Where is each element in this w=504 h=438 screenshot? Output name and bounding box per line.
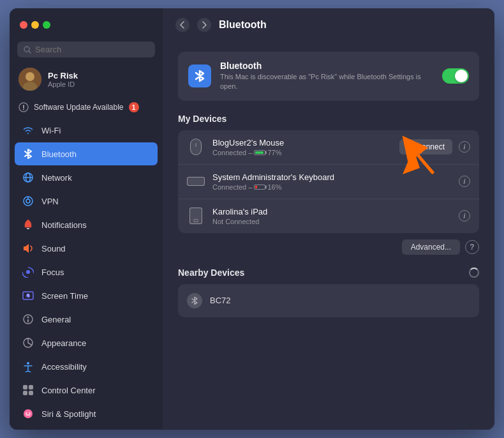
minimize-button[interactable]	[31, 21, 39, 29]
device-actions-ipad: i	[455, 210, 470, 222]
user-info: Pc Risk Apple ID	[48, 71, 78, 88]
keyboard-device-icon	[187, 172, 205, 190]
page-title: Bluetooth	[219, 19, 267, 31]
ipad-device-icon	[187, 207, 205, 225]
update-banner[interactable]: Software Update Available 1	[10, 98, 163, 116]
battery-bar-keyboard	[254, 185, 265, 190]
svg-rect-23	[29, 391, 33, 395]
advanced-button[interactable]: Advanced...	[402, 239, 460, 255]
sidebar-item-vpn[interactable]: VPN	[15, 190, 158, 213]
search-input[interactable]	[35, 45, 149, 54]
update-badge: 1	[129, 102, 139, 112]
device-status-ipad: Not Connected	[212, 218, 447, 225]
nearby-device-icon	[187, 293, 202, 308]
svg-point-16	[27, 317, 29, 319]
sidebar: Pc Risk Apple ID Software Update Availab…	[10, 8, 163, 430]
svg-rect-20	[23, 385, 27, 389]
general-icon	[21, 312, 35, 326]
search-bar[interactable]	[17, 42, 155, 57]
sidebar-item-control-center[interactable]: Control Center	[15, 379, 158, 402]
sidebar-label-network: Network	[41, 173, 72, 183]
close-button[interactable]	[20, 21, 27, 29]
avatar-image	[19, 68, 41, 91]
disconnect-button[interactable]: Disconnect	[399, 139, 452, 155]
svg-rect-17	[27, 319, 29, 322]
accessibility-icon	[21, 359, 35, 374]
update-icon	[19, 102, 29, 112]
wifi-icon	[21, 123, 35, 137]
sidebar-label-general: General	[41, 315, 71, 324]
devices-list: BlogUser2's Mouse Connected – 77% Discon…	[178, 130, 479, 233]
user-name: Pc Risk	[48, 71, 78, 80]
svg-rect-22	[23, 391, 27, 395]
battery-bar-mouse	[254, 150, 265, 155]
bottom-actions: Advanced... ?	[178, 239, 479, 255]
main-panel: Bluetooth Bluetooth This Mac is discover…	[163, 8, 494, 430]
sidebar-label-wifi: Wi-Fi	[41, 126, 61, 135]
main-content: Bluetooth This Mac is discoverable as "P…	[163, 42, 494, 430]
bluetooth-nearby-icon	[191, 296, 198, 305]
bluetooth-card-text: Bluetooth This Mac is discoverable as "P…	[220, 61, 433, 92]
device-actions-mouse: Disconnect i	[399, 139, 470, 155]
my-devices-header: My Devices	[178, 114, 479, 124]
device-row-mouse: BlogUser2's Mouse Connected – 77% Discon…	[178, 130, 479, 165]
nav-back-button[interactable]	[175, 18, 189, 32]
device-info-button-keyboard[interactable]: i	[459, 176, 470, 187]
sidebar-label-notifications: Notifications	[41, 220, 87, 230]
bluetooth-toggle[interactable]	[442, 68, 469, 84]
sidebar-items-list: Wi-Fi Bluetooth	[10, 119, 163, 422]
bluetooth-symbol-icon	[194, 69, 205, 83]
sidebar-item-bluetooth[interactable]: Bluetooth	[15, 142, 158, 165]
device-info-button-mouse[interactable]: i	[459, 141, 470, 153]
screen-time-icon	[21, 289, 35, 303]
sidebar-item-appearance[interactable]: Appearance	[15, 331, 158, 354]
sidebar-label-vpn: VPN	[41, 197, 59, 206]
nearby-device-name: BC72	[210, 296, 231, 305]
sidebar-label-screen-time: Screen Time	[41, 291, 88, 301]
focus-icon	[21, 265, 35, 279]
sidebar-label-accessibility: Accessibility	[41, 362, 87, 372]
bluetooth-card-icon	[188, 64, 211, 87]
device-name-ipad: Karolina's iPad	[212, 207, 447, 216]
network-icon	[21, 170, 35, 185]
sidebar-label-focus: Focus	[41, 268, 64, 277]
traffic-lights	[20, 21, 50, 29]
sidebar-item-network[interactable]: Network	[15, 166, 158, 189]
sidebar-label-siri: Siri & Spotlight	[41, 409, 96, 419]
nearby-devices-header-row: Nearby Devices	[178, 268, 479, 278]
main-window: Pc Risk Apple ID Software Update Availab…	[10, 8, 494, 430]
chevron-left-icon	[180, 21, 185, 29]
sidebar-item-general[interactable]: General	[15, 308, 158, 331]
sidebar-label-sound: Sound	[41, 244, 66, 253]
user-section: Pc Risk Apple ID	[10, 63, 163, 98]
svg-rect-21	[29, 385, 33, 389]
sidebar-item-sound[interactable]: Sound	[15, 237, 158, 260]
main-header: Bluetooth	[163, 8, 494, 42]
sidebar-item-wifi[interactable]: Wi-Fi	[15, 119, 158, 142]
sidebar-item-screen-time[interactable]: Screen Time	[15, 284, 158, 307]
svg-point-26	[29, 412, 31, 414]
search-icon	[24, 46, 31, 54]
svg-point-0	[24, 47, 29, 52]
bluetooth-card-title: Bluetooth	[220, 61, 433, 71]
svg-line-1	[29, 51, 31, 53]
device-info-mouse: BlogUser2's Mouse Connected – 77%	[212, 138, 392, 156]
sidebar-item-focus[interactable]: Focus	[15, 261, 158, 283]
svg-point-12	[26, 270, 30, 274]
svg-point-3	[26, 72, 34, 81]
sidebar-item-siri[interactable]: Siri & Spotlight	[15, 402, 158, 422]
sidebar-item-accessibility[interactable]: Accessibility	[15, 355, 158, 378]
sound-icon	[21, 241, 35, 255]
device-status-keyboard: Connected – 16%	[212, 183, 447, 191]
device-info-button-ipad[interactable]: i	[459, 210, 470, 222]
svg-point-25	[26, 412, 27, 414]
help-button[interactable]: ?	[465, 240, 479, 254]
sidebar-item-notifications[interactable]: Notifications	[15, 213, 158, 236]
avatar	[19, 68, 41, 91]
fullscreen-button[interactable]	[43, 21, 50, 29]
nearby-device-bc72: BC72	[178, 284, 479, 317]
update-text: Software Update Available	[34, 103, 124, 112]
siri-icon	[21, 407, 35, 421]
device-info-ipad: Karolina's iPad Not Connected	[212, 207, 447, 225]
nav-forward-button[interactable]	[197, 18, 211, 32]
